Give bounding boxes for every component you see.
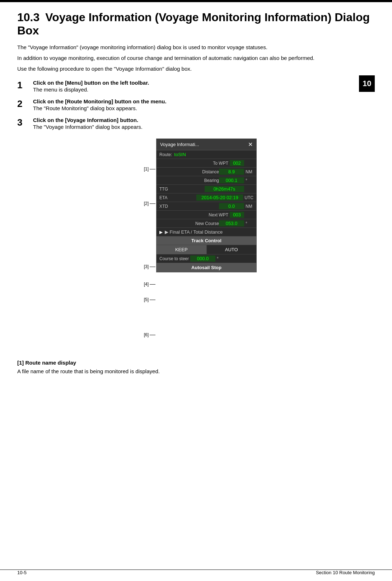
label-6: [6] <box>144 332 155 337</box>
next-wpt-value: 003 <box>230 212 244 218</box>
label-3: [3] <box>144 264 155 269</box>
bearing-unit: ° <box>246 178 253 183</box>
course-steer-row: Course to steer 000.0 ° <box>157 254 256 263</box>
chapter-tab: 10 <box>359 75 375 92</box>
voyage-info-dialog: Voyage Informati... ✕ Route: toSIN To WP… <box>156 139 257 272</box>
desc-heading-1: [1] Route name display <box>17 360 375 366</box>
course-steer-unit: ° <box>217 256 225 261</box>
step-1-number: 1 <box>17 80 33 91</box>
new-course-row: New Course 053.0 ° <box>157 219 256 228</box>
route-label: Route: <box>159 152 172 157</box>
step-3-number: 3 <box>17 117 33 128</box>
step-2-title: Click on the [Route Monitoring] button o… <box>33 98 375 104</box>
next-wpt-label: Next WPT <box>159 212 230 217</box>
dialog-illustration: [1] [2] [3] [4] [5] [6] <box>17 139 375 348</box>
desc-text-1: A file name of the route that is being m… <box>17 367 375 376</box>
to-wpt-label: To WPT <box>159 161 230 166</box>
step-1-desc: The menu is displayed. <box>33 86 375 93</box>
autosail-stop-button[interactable]: Autosail Stop <box>157 263 256 272</box>
xtd-unit: NM <box>246 204 253 209</box>
step-1-title: Click on the [Menu] button on the left t… <box>33 80 375 86</box>
step-3-content: Click on the [Voyage Information] button… <box>33 117 375 130</box>
new-course-label: New Course <box>159 221 219 226</box>
section-2: To WPT 002 Distance 8.9 NM Bearing 000.1… <box>157 159 256 211</box>
bearing-row: Bearing 000.1 ° <box>157 176 256 185</box>
new-course-unit: ° <box>246 221 253 226</box>
new-course-value: 053.0 <box>219 220 244 226</box>
eta-label: ETA <box>159 195 196 200</box>
eta-row: ETA 2014-05-20 02:19 UTC <box>157 193 256 202</box>
xtd-label: XTD <box>159 204 219 209</box>
eta-value: 2014-05-20 02:19 <box>196 195 243 201</box>
step-2-number: 2 <box>17 98 33 109</box>
section-title: Voyage Information (Voyage Monitoring In… <box>17 11 370 37</box>
footer: 10-5 Section 10 Route Monitoring <box>0 570 392 575</box>
final-eta-label: ▶ Final ETA / Total Distance <box>165 229 223 235</box>
bracket-labels: [1] [2] [3] [4] [5] [6] <box>135 139 155 348</box>
bearing-value: 000.1 <box>219 177 244 183</box>
bearing-label: Bearing <box>159 178 219 183</box>
dialog-title-text: Voyage Informati... <box>160 142 199 147</box>
distance-label: Distance <box>159 169 219 174</box>
track-buttons-row: KEEP AUTO <box>157 245 256 254</box>
step-3: 3 Click on the [Voyage Information] butt… <box>17 117 375 130</box>
close-button[interactable]: ✕ <box>248 141 253 148</box>
step-3-title: Click on the [Voyage Information] button… <box>33 117 375 123</box>
keep-button[interactable]: KEEP <box>157 245 206 254</box>
route-row: Route: toSIN <box>157 150 256 159</box>
dialog-titlebar: Voyage Informati... ✕ <box>157 139 256 150</box>
intro-para-3: Use the following procedure to open the … <box>17 65 375 73</box>
ttg-value: 0h26m47s <box>205 186 244 192</box>
section-number: 10.3 <box>17 11 39 24</box>
section-5: Track Control KEEP AUTO Course to steer … <box>157 236 256 263</box>
main-content: 10.3Voyage Information (Voyage Monitorin… <box>0 2 392 397</box>
label-2: [2] <box>144 201 155 206</box>
label-1: [1] <box>144 167 155 172</box>
distance-unit: NM <box>246 169 253 174</box>
course-steer-label: Course to steer <box>159 256 189 261</box>
eta-unit: UTC <box>244 195 253 200</box>
to-wpt-row: To WPT 002 <box>157 159 256 168</box>
ttg-row: TTG 0h26m47s <box>157 185 256 193</box>
next-wpt-row: Next WPT 003 <box>157 211 256 219</box>
final-eta-row[interactable]: ▶ ▶ Final ETA / Total Distance <box>157 228 256 236</box>
step-1: 1 Click on the [Menu] button on the left… <box>17 80 375 93</box>
footer-page-number: 10-5 <box>17 570 27 575</box>
page-title: 10.3Voyage Information (Voyage Monitorin… <box>17 11 375 37</box>
auto-button[interactable]: AUTO <box>207 245 257 254</box>
step-2-desc: The "Route Monitoring" dialog box appear… <box>33 105 375 111</box>
intro-para-2: In addition to voyage monitoring, execut… <box>17 54 375 62</box>
to-wpt-value: 002 <box>230 160 244 166</box>
route-value: toSIN <box>174 152 186 157</box>
step-3-desc: The "Voyage Information" dialog box appe… <box>33 124 375 130</box>
label-5: [5] <box>144 297 155 302</box>
section-3: Next WPT 003 New Course 053.0 ° <box>157 211 256 228</box>
step-1-content: Click on the [Menu] button on the left t… <box>33 80 375 93</box>
footer-section-label: Section 10 Route Monitoring <box>316 570 375 575</box>
label-4: [4] <box>144 282 155 287</box>
description-section-1: [1] Route name display A file name of th… <box>17 360 375 376</box>
steps-container: 1 Click on the [Menu] button on the left… <box>17 80 375 130</box>
step-2: 2 Click on the [Route Monitoring] button… <box>17 98 375 111</box>
ttg-label: TTG <box>159 187 205 192</box>
course-steer-value: 000.0 <box>190 256 215 262</box>
arrow-right-icon: ▶ <box>159 230 163 235</box>
intro-para-1: The "Voyage Information" (voyage monitor… <box>17 43 375 52</box>
xtd-row: XTD 0.0 NM <box>157 202 256 211</box>
distance-row: Distance 8.9 NM <box>157 168 256 176</box>
track-control-header: Track Control <box>157 236 256 245</box>
distance-value: 8.9 <box>219 169 244 175</box>
xtd-value: 0.0 <box>219 203 244 209</box>
step-2-content: Click on the [Route Monitoring] button o… <box>33 98 375 111</box>
